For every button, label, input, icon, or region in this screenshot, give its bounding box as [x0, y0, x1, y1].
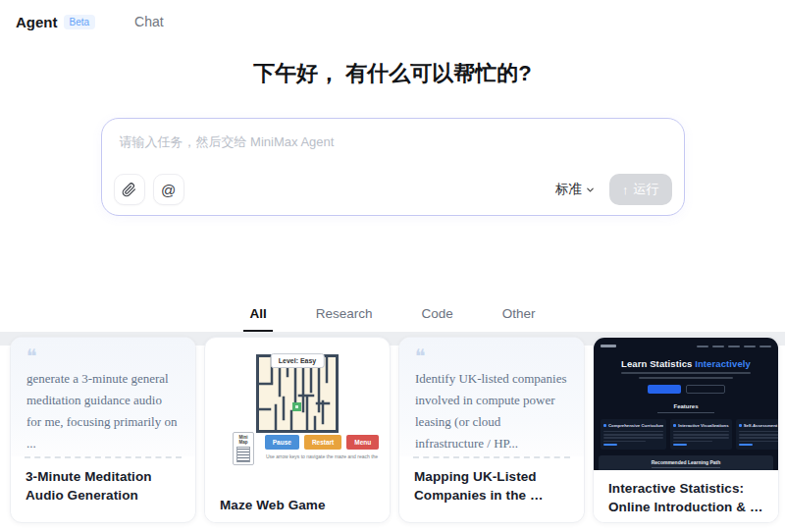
feature-link: [603, 444, 617, 446]
hero-subtitle-line: [639, 377, 733, 379]
quote-preview: ❝ Identify UK-listed companies involved …: [399, 338, 584, 456]
restart-button: Restart: [304, 435, 341, 450]
card-meditation-audio[interactable]: ❝ generate a 3-minute general meditation…: [10, 337, 196, 523]
run-button[interactable]: ↑ 运行: [609, 174, 672, 205]
card-title: Interactive Statistics: Online Introduct…: [594, 470, 778, 523]
card-title: Mapping UK-Listed Companies in the …: [399, 458, 584, 513]
pause-button: Pause: [265, 435, 299, 450]
card-title: 3-Minute Meditation Audio Generation: [11, 458, 195, 513]
learning-path-subtitle-line: [652, 467, 720, 468]
hero-title: Learn Statistics Interactively: [601, 358, 771, 369]
tab-other[interactable]: Other: [497, 302, 542, 332]
secondary-cta-button: [686, 385, 725, 394]
task-input[interactable]: [102, 119, 684, 170]
feature-card: Comprehensive Curriculum: [601, 419, 666, 450]
learning-path-panel: Recommended Learning Path: [599, 455, 773, 470]
feature-columns: Comprehensive Curriculum Interactive Vis…: [601, 419, 771, 450]
tab-research[interactable]: Research: [310, 302, 379, 332]
site-logo: [601, 345, 616, 347]
maze-caption: Use arrow keys to navigate the maze and …: [254, 453, 390, 459]
minimap-label: Mini Map: [235, 435, 252, 445]
card-uk-companies[interactable]: ❝ Identify UK-listed companies involved …: [398, 337, 585, 523]
quote-text: Identify UK-listed companies involved in…: [415, 368, 568, 454]
features-heading: Features: [601, 403, 771, 409]
tab-all[interactable]: All: [243, 302, 272, 332]
mode-dropdown[interactable]: 标准: [555, 181, 596, 198]
quote-preview: ❝ generate a 3-minute general meditation…: [11, 338, 195, 456]
primary-cta-button: [648, 385, 681, 394]
agent-tab[interactable]: Agent Beta: [16, 14, 95, 30]
site-nav-links: [697, 346, 771, 347]
maze-controls-row: Mini Map Pause Restart Menu Use arrow ke…: [205, 435, 390, 465]
card-maze-game[interactable]: Level: Easy Mini Map: [204, 337, 391, 523]
run-button-label: 运行: [634, 181, 659, 198]
hero-subtitle-line: [621, 372, 751, 374]
quote-text: generate a 3-minute general meditation g…: [26, 368, 180, 454]
at-icon: @: [161, 182, 176, 198]
task-composer: @ 标准 ↑ 运行: [101, 118, 685, 216]
quote-icon: ❝: [26, 346, 180, 364]
site-navbar: [601, 343, 771, 349]
chevron-down-icon: [585, 185, 596, 195]
features-subtitle-line: [657, 412, 714, 414]
learning-path-heading: Recommended Learning Path: [604, 459, 767, 465]
mention-button[interactable]: @: [153, 174, 184, 205]
hero-buttons: [601, 385, 771, 394]
feature-link: [739, 444, 753, 446]
feature-link: [673, 444, 687, 446]
brand-title: Agent: [16, 14, 58, 30]
level-badge: Level: Easy: [271, 353, 325, 368]
quote-icon: ❝: [415, 346, 568, 364]
arrow-up-icon: ↑: [622, 183, 629, 197]
attach-file-button[interactable]: [114, 174, 145, 205]
statistics-site-preview: Learn Statistics Interactively Features …: [594, 338, 778, 470]
category-tabs: All Research Code Other: [0, 302, 785, 332]
minimap-image: [236, 447, 250, 462]
card-interactive-statistics[interactable]: Learn Statistics Interactively Features …: [593, 337, 779, 523]
card-title: Maze Web Game: [205, 487, 390, 523]
menu-button: Menu: [346, 435, 379, 450]
feature-card: Interactive Visualizations: [670, 419, 731, 450]
minimap-panel: Mini Map: [233, 432, 254, 465]
greeting-title: 下午好， 有什么可以帮忙的?: [0, 59, 785, 88]
top-bar: Agent Beta Chat: [0, 0, 785, 33]
chat-tab[interactable]: Chat: [134, 14, 164, 29]
example-cards-row: ❝ generate a 3-minute general meditation…: [10, 337, 779, 523]
mode-label: 标准: [555, 181, 582, 198]
maze-preview: Level: Easy Mini Map: [205, 354, 390, 487]
paperclip-icon: [122, 183, 136, 197]
feature-card: Self-Assessment Quizzes: [736, 419, 778, 450]
composer-toolbar: @ 标准 ↑ 运行: [114, 174, 672, 205]
beta-badge: Beta: [64, 15, 96, 29]
tab-code[interactable]: Code: [416, 302, 459, 332]
